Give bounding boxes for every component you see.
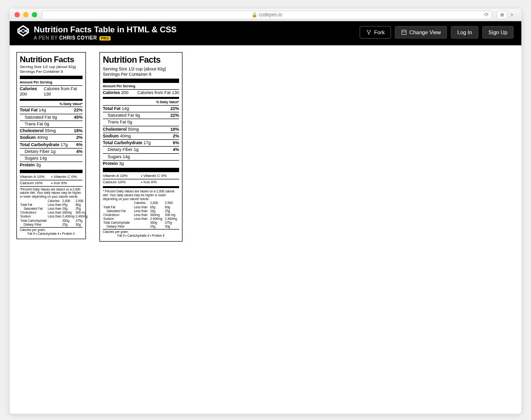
nf-row-0: Total Fat 14g22%	[20, 108, 83, 113]
nf-row-3: Cholesterol 55mg18%	[20, 128, 83, 134]
minimize-window-button[interactable]	[23, 12, 28, 17]
pen-byline: A PEN BY Chris Coyier PRO	[34, 35, 177, 41]
change-view-button[interactable]: Change View	[395, 26, 447, 39]
nf-footnote: *Percent Daily Values are based on a 2,0…	[20, 188, 83, 199]
nf-servings-per: Servings Per Container 8	[20, 69, 83, 74]
fork-icon	[366, 29, 372, 35]
nutrition-label-small: Nutrition FactsServing Size 1/2 cup (abo…	[16, 52, 86, 239]
share-button[interactable]: ⊕	[497, 11, 507, 19]
url-text: codepen.io	[259, 12, 282, 17]
nf-row-5: Total Carbohydrate 17g6%	[20, 142, 83, 148]
nf-row-1: Saturated Fat 9g45%	[20, 115, 83, 120]
nf-reference-table: Calories:2,0002,500Total FatLess than65g…	[20, 199, 88, 227]
pen-result-area: Nutrition FactsServing Size 1/2 cup (abo…	[10, 45, 521, 414]
nf-row-6: Dietary Fiber 1g4%	[103, 147, 179, 152]
new-tab-button[interactable]: +	[507, 12, 517, 18]
browser-toolbar: 🔒 codepen.io ⟳ ⊕ +	[10, 9, 521, 21]
nf-row-8: Protein 3g	[103, 161, 179, 166]
login-button[interactable]: Log In	[451, 26, 478, 39]
nf-calories-row: Calories 200Calories from Fat 130	[103, 90, 179, 95]
nf-calories-row: Calories 200Calories from Fat 130	[20, 86, 83, 97]
codepen-header: Nutrition Facts Table in HTML & CSS A PE…	[10, 21, 521, 45]
url-bar[interactable]: 🔒 codepen.io ⟳	[42, 11, 492, 19]
nf-row-4: Sodium 40mg2%	[103, 134, 179, 139]
pro-badge: PRO	[99, 36, 111, 41]
nf-title: Nutrition Facts	[20, 54, 83, 65]
nf-row-2: Trans Fat 0g	[103, 120, 179, 125]
nf-row-5: Total Carbohydrate 17g6%	[103, 140, 179, 146]
nf-row-3: Cholesterol 55mg18%	[103, 127, 179, 132]
nf-dv-header: % Daily Value*	[20, 102, 83, 107]
close-window-button[interactable]	[14, 12, 20, 17]
lock-icon: 🔒	[252, 12, 257, 17]
nf-row-4: Sodium 40mg2%	[20, 135, 83, 140]
codepen-logo-icon[interactable]	[17, 25, 29, 39]
nf-minerals: Calcium 10%Iron 6%	[103, 180, 179, 185]
nf-row-7: Sugars 14g	[103, 154, 179, 160]
nf-row-2: Trans Fat 0g	[20, 122, 83, 127]
nf-cals-per-gram: Calories per gram:Fat 9 • Carbohydrate 4…	[103, 230, 179, 238]
nf-servings-per: Servings Per Container 8	[103, 72, 179, 77]
fork-button[interactable]: Fork	[360, 26, 391, 39]
nf-title: Nutrition Facts	[103, 54, 179, 66]
pen-title: Nutrition Facts Table in HTML & CSS	[34, 25, 177, 35]
reload-icon[interactable]: ⟳	[484, 12, 489, 18]
nf-dv-header: % Daily Value*	[103, 100, 179, 105]
nf-minerals: Calcium 10%Iron 6%	[20, 181, 83, 186]
nf-vitamins: Vitamin A 10%Vitamin C 0%	[20, 175, 83, 179]
nf-row-7: Sugars 14g	[20, 156, 83, 161]
maximize-window-button[interactable]	[32, 12, 37, 17]
nf-cals-per-gram: Calories per gram:Fat 9 • Carbohydrate 4…	[20, 228, 83, 236]
nf-row-6: Dietary Fiber 1g4%	[20, 149, 83, 154]
nf-row-1: Saturated Fat 9g22%	[103, 113, 179, 118]
nf-row-8: Protein 3g	[20, 163, 83, 168]
author-link[interactable]: Chris Coyier	[59, 35, 97, 41]
nf-footnote: * Percent Daily Values are based on a 2,…	[103, 190, 179, 201]
nf-vitamins: Vitamin A 10%Vitamin C 0%	[103, 174, 179, 178]
nf-serving-size: Serving Size 1/2 cup (about 82g)	[20, 65, 83, 69]
nf-serving-size: Serving Size 1/2 cup (about 82g)	[103, 67, 179, 72]
svg-rect-0	[402, 30, 406, 35]
nf-amount-per-serving: Amount Per Serving	[20, 81, 83, 85]
nf-reference-table: Calories:2,0002,500Total FatLess than65g…	[103, 201, 179, 229]
nutrition-label-large: Nutrition FactsServing Size 1/2 cup (abo…	[99, 52, 182, 242]
signup-button[interactable]: Sign Up	[482, 26, 514, 39]
window-controls	[14, 12, 37, 17]
layout-icon	[401, 29, 407, 35]
nf-row-0: Total Fat 14g22%	[103, 106, 179, 111]
nf-amount-per-serving: Amount Per Serving	[103, 84, 179, 89]
